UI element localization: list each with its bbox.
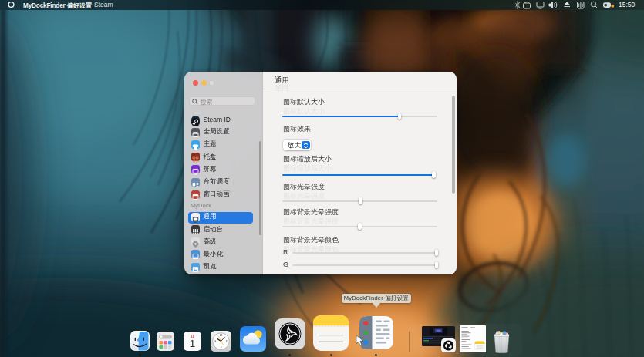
svg-text:1: 1 <box>190 338 196 349</box>
svg-text:12: 12 <box>219 334 222 337</box>
